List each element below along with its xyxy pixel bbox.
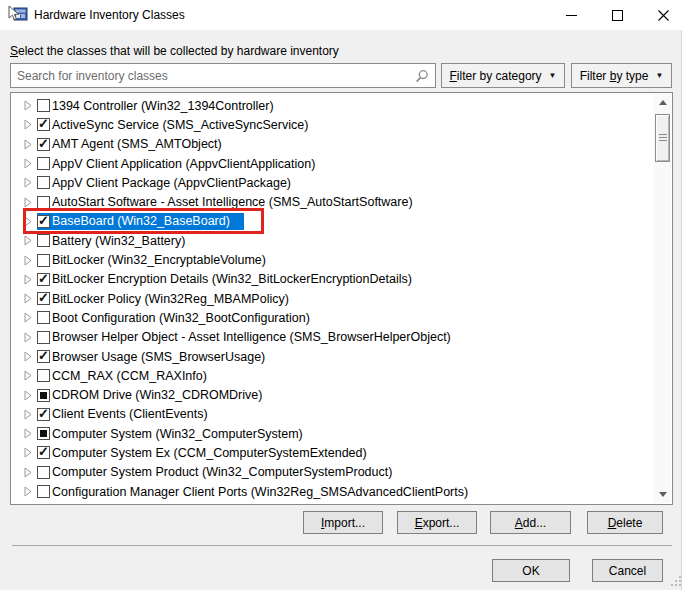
expander-icon[interactable] (24, 428, 32, 439)
expander-icon[interactable] (24, 139, 32, 150)
list-item[interactable]: AutoStart Software - Asset Intelligence … (11, 192, 654, 211)
add-button[interactable]: Add... (490, 511, 571, 534)
expander-icon[interactable] (24, 216, 32, 227)
scroll-down-button[interactable] (654, 486, 671, 503)
checkbox[interactable] (37, 99, 50, 112)
minimize-button[interactable] (548, 0, 594, 30)
list-item[interactable]: Client Events (ClientEvents) (11, 405, 654, 424)
add-button-label: Add... (515, 516, 546, 530)
list-item-main: Computer System (Win32_ComputerSystem) (37, 425, 317, 442)
list-item-main: Battery (Win32_Battery) (37, 232, 199, 249)
list-item-main: Browser Usage (SMS_BrowserUsage) (37, 348, 279, 365)
list-item[interactable]: Configuration Manager Client Ports (Win3… (11, 482, 654, 501)
expander-icon[interactable] (24, 235, 32, 246)
scroll-up-button[interactable] (654, 94, 671, 111)
checkbox[interactable] (37, 331, 50, 344)
expander-icon[interactable] (24, 370, 32, 381)
import-button[interactable]: Import... (303, 511, 383, 534)
search-input[interactable]: Search for inventory classes (10, 63, 436, 88)
checkbox[interactable] (37, 234, 50, 247)
list-item[interactable]: CDROM Drive (Win32_CDROMDrive) (11, 385, 654, 404)
resize-grip-icon[interactable] (669, 574, 683, 588)
checkbox[interactable] (37, 446, 50, 459)
list-item-label: CDROM Drive (Win32_CDROMDrive) (52, 388, 262, 402)
titlebar: Hardware Inventory Classes (0, 0, 686, 30)
list-item-main: Browser Helper Object - Asset Intelligen… (37, 329, 465, 346)
checkbox[interactable] (37, 408, 50, 421)
expander-icon[interactable] (24, 119, 32, 130)
list-item-label: AutoStart Software - Asset Intelligence … (52, 195, 413, 209)
list-item-main: AutoStart Software - Asset Intelligence … (37, 194, 427, 211)
expander-icon[interactable] (24, 177, 32, 188)
checkbox[interactable] (37, 215, 50, 228)
filter-by-type-label: Filter by type (580, 69, 649, 83)
triangle-down-icon (659, 492, 667, 497)
list-item-label: Browser Usage (SMS_BrowserUsage) (52, 350, 265, 364)
list-item-label: AppV Client Package (AppvClientPackage) (52, 176, 291, 190)
list-item[interactable]: Browser Helper Object - Asset Intelligen… (11, 328, 654, 347)
checkbox[interactable] (37, 504, 50, 505)
list-item[interactable]: BitLocker Encryption Details (Win32_BitL… (11, 270, 654, 289)
filter-by-category-dropdown[interactable]: Filter by category ▼ (441, 63, 565, 88)
list-item[interactable]: Configuration Manager Client SSL Configu… (11, 501, 654, 505)
close-button[interactable] (640, 0, 686, 30)
checkbox[interactable] (37, 389, 50, 402)
scrollbar-thumb[interactable] (655, 114, 670, 162)
expander-icon[interactable] (24, 486, 32, 497)
checkbox[interactable] (37, 176, 50, 189)
expander-icon[interactable] (24, 332, 32, 343)
list-item[interactable]: Battery (Win32_Battery) (11, 231, 654, 250)
scrollbar-grip-icon (659, 134, 667, 142)
checkbox[interactable] (37, 466, 50, 479)
export-button[interactable]: Export... (397, 511, 477, 534)
checkbox[interactable] (37, 118, 50, 131)
checkbox[interactable] (37, 273, 50, 286)
list-item[interactable]: Boot Configuration (Win32_BootConfigurat… (11, 308, 654, 327)
list-item-label: Client Events (ClientEvents) (52, 407, 208, 421)
expander-icon[interactable] (24, 390, 32, 401)
list-item[interactable]: CCM_RAX (CCM_RAXInfo) (11, 366, 654, 385)
list-item[interactable]: ActiveSync Service (SMS_ActiveSyncServic… (11, 115, 654, 134)
delete-button[interactable]: Delete (587, 511, 663, 534)
expander-icon[interactable] (24, 158, 32, 169)
list-item[interactable]: AppV Client Package (AppvClientPackage) (11, 173, 654, 192)
list-item[interactable]: Computer System Product (Win32_ComputerS… (11, 463, 654, 482)
vertical-scrollbar[interactable] (654, 94, 671, 503)
list-item-label: ActiveSync Service (SMS_ActiveSyncServic… (52, 118, 308, 132)
expander-icon[interactable] (24, 100, 32, 111)
search-icon[interactable] (415, 69, 429, 83)
checkbox[interactable] (37, 350, 50, 363)
list-item[interactable]: 1394 Controller (Win32_1394Controller) (11, 96, 654, 115)
expander-icon[interactable] (24, 312, 32, 323)
list-item[interactable]: AppV Client Application (AppvClientAppli… (11, 154, 654, 173)
list-item[interactable]: Computer System Ex (CCM_ComputerSystemEx… (11, 443, 654, 462)
checkbox[interactable] (37, 369, 50, 382)
expander-icon[interactable] (24, 467, 32, 478)
expander-icon[interactable] (24, 274, 32, 285)
cancel-button[interactable]: Cancel (592, 559, 663, 582)
checkbox[interactable] (37, 485, 50, 498)
list-item[interactable]: AMT Agent (SMS_AMTObject) (11, 135, 654, 154)
expander-icon[interactable] (24, 409, 32, 420)
checkbox[interactable] (37, 138, 50, 151)
expander-icon[interactable] (24, 351, 32, 362)
filter-by-type-dropdown[interactable]: Filter by type ▼ (571, 63, 672, 88)
expander-icon[interactable] (24, 447, 32, 458)
checkbox[interactable] (37, 311, 50, 324)
list-item[interactable]: BitLocker Policy (Win32Reg_MBAMPolicy) (11, 289, 654, 308)
checkbox[interactable] (37, 427, 50, 440)
ok-button[interactable]: OK (492, 559, 570, 582)
maximize-button[interactable] (594, 0, 640, 30)
list-item[interactable]: BitLocker (Win32_EncryptableVolume) (11, 250, 654, 269)
checkbox[interactable] (37, 157, 50, 170)
checkbox[interactable] (37, 254, 50, 267)
checkbox[interactable] (37, 292, 50, 305)
expander-icon[interactable] (24, 197, 32, 208)
list-item[interactable]: Browser Usage (SMS_BrowserUsage) (11, 347, 654, 366)
expander-icon[interactable] (24, 293, 32, 304)
list-item[interactable]: BaseBoard (Win32_BaseBoard) (11, 212, 654, 231)
list-item[interactable]: Computer System (Win32_ComputerSystem) (11, 424, 654, 443)
expander-icon[interactable] (24, 255, 32, 266)
checkbox[interactable] (37, 196, 50, 209)
delete-button-label: Delete (608, 516, 643, 530)
